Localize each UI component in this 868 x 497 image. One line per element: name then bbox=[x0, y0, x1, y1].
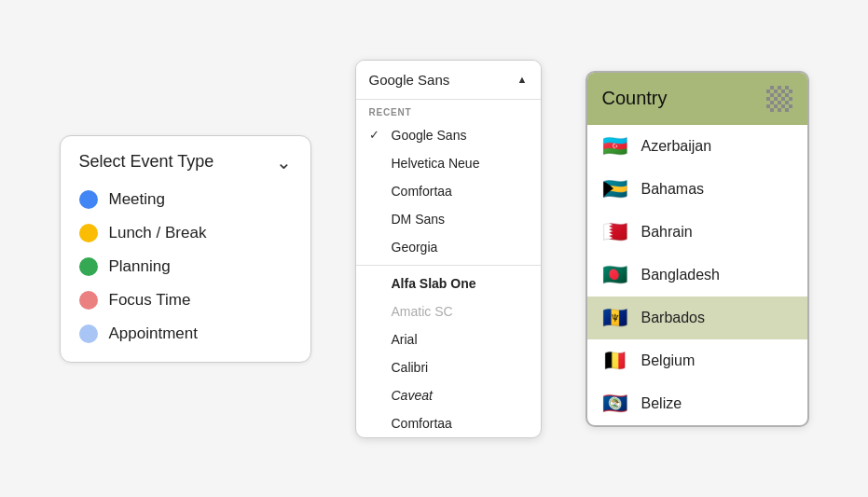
font-item-comfortaa2[interactable]: Comfortaa bbox=[356, 409, 541, 437]
country-name-barbados: Barbados bbox=[641, 310, 792, 326]
country-item-bahrain[interactable]: 🇧🇭 Bahrain bbox=[587, 211, 807, 254]
country-flag-bahrain: 🇧🇭 bbox=[602, 220, 628, 244]
country-flag-belize: 🇧🇿 bbox=[602, 392, 628, 416]
event-label-focus: Focus Time bbox=[109, 291, 191, 310]
font-all-list: Alfa Slab One Amatic SC Arial Calibri Ca… bbox=[356, 269, 541, 437]
font-item-calibri[interactable]: Calibri bbox=[356, 353, 541, 381]
chevron-down-icon: ⌄ bbox=[276, 151, 292, 173]
event-item-lunch[interactable]: Lunch / Break bbox=[79, 224, 292, 242]
font-recent-list: ✓ Google Sans Helvetica Neue Comfortaa D… bbox=[356, 121, 541, 261]
font-item-name-comfortaa: Comfortaa bbox=[392, 184, 528, 199]
font-item-name-caveat: Caveat bbox=[392, 388, 528, 403]
font-item-arial[interactable]: Arial bbox=[356, 325, 541, 353]
event-type-panel: Select Event Type ⌄ Meeting Lunch / Brea… bbox=[60, 135, 311, 363]
country-header: Country bbox=[587, 73, 807, 125]
event-label-meeting: Meeting bbox=[109, 190, 165, 209]
font-recent-label: RECENT bbox=[356, 100, 541, 121]
country-name-bangladesh: Bangladesh bbox=[641, 267, 792, 283]
font-item-alfa-slab[interactable]: Alfa Slab One bbox=[356, 269, 541, 297]
font-item-name-alfa-slab: Alfa Slab One bbox=[392, 276, 528, 291]
event-dot-focus bbox=[79, 291, 98, 310]
country-item-barbados[interactable]: 🇧🇧 Barbados bbox=[587, 297, 807, 339]
country-flag-azerbaijan: 🇦🇿 bbox=[602, 134, 628, 159]
event-type-title: Select Event Type bbox=[79, 152, 214, 172]
font-item-comfortaa[interactable]: Comfortaa bbox=[356, 177, 541, 205]
country-flag-belgium: 🇧🇪 bbox=[602, 349, 628, 373]
country-header-label: Country bbox=[602, 88, 668, 109]
font-item-name-comfortaa2: Comfortaa bbox=[392, 416, 528, 431]
font-item-georgia[interactable]: Georgia bbox=[356, 233, 541, 261]
event-item-focus[interactable]: Focus Time bbox=[79, 291, 292, 310]
font-item-amatic-sc[interactable]: Amatic SC bbox=[356, 297, 541, 325]
country-name-bahrain: Bahrain bbox=[641, 224, 792, 241]
country-item-bangladesh[interactable]: 🇧🇩 Bangladesh bbox=[587, 254, 807, 297]
event-label-appointment: Appointment bbox=[109, 324, 198, 343]
font-item-name-amatic-sc: Amatic SC bbox=[392, 304, 528, 319]
font-item-name-arial: Arial bbox=[392, 332, 528, 347]
font-selected-label: Google Sans bbox=[369, 72, 450, 88]
country-name-belize: Belize bbox=[641, 395, 792, 412]
event-dot-meeting bbox=[79, 190, 98, 209]
font-header[interactable]: Google Sans ▲ bbox=[356, 61, 541, 100]
country-item-belize[interactable]: 🇧🇿 Belize bbox=[587, 382, 807, 425]
country-list: 🇦🇿 Azerbaijan 🇧🇸 Bahamas 🇧🇭 Bahrain 🇧🇩 B… bbox=[587, 125, 807, 425]
country-panel: Country 🇦🇿 Azerbaijan 🇧🇸 Bahamas 🇧🇭 Bahr… bbox=[586, 71, 809, 427]
country-item-belgium[interactable]: 🇧🇪 Belgium bbox=[587, 339, 807, 382]
font-item-caveat[interactable]: Caveat bbox=[356, 381, 541, 409]
country-flag-bangladesh: 🇧🇩 bbox=[602, 263, 628, 287]
font-item-name-dm-sans: DM Sans bbox=[392, 212, 528, 227]
font-item-dm-sans[interactable]: DM Sans bbox=[356, 205, 541, 233]
font-triangle-icon: ▲ bbox=[517, 74, 528, 85]
event-item-appointment[interactable]: Appointment bbox=[79, 324, 292, 343]
font-panel: Google Sans ▲ RECENT ✓ Google Sans Helve… bbox=[355, 60, 542, 438]
font-item-name-google-sans: Google Sans bbox=[392, 128, 528, 143]
font-item-helvetica[interactable]: Helvetica Neue bbox=[356, 149, 541, 177]
event-label-lunch: Lunch / Break bbox=[109, 224, 207, 242]
event-item-planning[interactable]: Planning bbox=[79, 257, 292, 276]
event-label-planning: Planning bbox=[109, 257, 171, 276]
font-item-google-sans[interactable]: ✓ Google Sans bbox=[356, 121, 541, 149]
event-list: Meeting Lunch / Break Planning Focus Tim… bbox=[79, 190, 292, 343]
country-item-bahamas[interactable]: 🇧🇸 Bahamas bbox=[587, 168, 807, 211]
event-item-meeting[interactable]: Meeting bbox=[79, 190, 292, 209]
event-dot-planning bbox=[79, 257, 98, 276]
country-flag-barbados: 🇧🇧 bbox=[602, 306, 628, 330]
country-name-azerbaijan: Azerbaijan bbox=[641, 138, 792, 155]
font-item-name-calibri: Calibri bbox=[392, 360, 528, 375]
event-dot-appointment bbox=[79, 324, 98, 343]
country-name-belgium: Belgium bbox=[641, 352, 792, 369]
country-name-bahamas: Bahamas bbox=[641, 181, 792, 198]
country-flag-bahamas: 🇧🇸 bbox=[602, 177, 628, 201]
checkerboard-icon bbox=[766, 86, 792, 112]
event-type-header[interactable]: Select Event Type ⌄ bbox=[79, 151, 292, 173]
font-item-name-georgia: Georgia bbox=[392, 240, 528, 255]
country-item-azerbaijan[interactable]: 🇦🇿 Azerbaijan bbox=[587, 125, 807, 168]
font-item-name-helvetica: Helvetica Neue bbox=[392, 156, 528, 171]
font-check-icon: ✓ bbox=[369, 128, 384, 142]
event-dot-lunch bbox=[79, 224, 98, 242]
